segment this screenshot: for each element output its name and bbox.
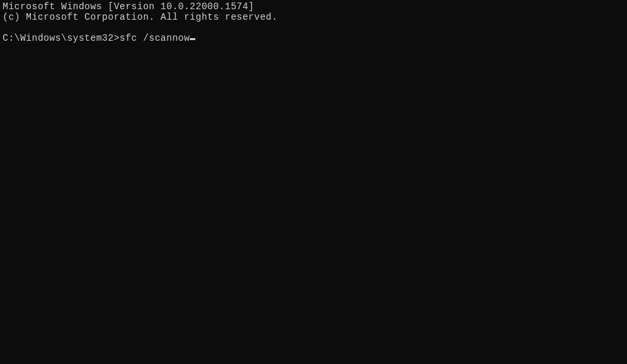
version-line: Microsoft Windows [Version 10.0.22000.15… [3, 1, 624, 12]
cursor [190, 38, 195, 40]
prompt-path: C:\Windows\system32> [3, 33, 120, 43]
command-prompt-line[interactable]: C:\Windows\system32>sfc /scannow [3, 33, 624, 43]
blank-line [3, 22, 624, 33]
command-input[interactable]: sfc /scannow [120, 33, 190, 43]
copyright-line: (c) Microsoft Corporation. All rights re… [3, 12, 624, 22]
